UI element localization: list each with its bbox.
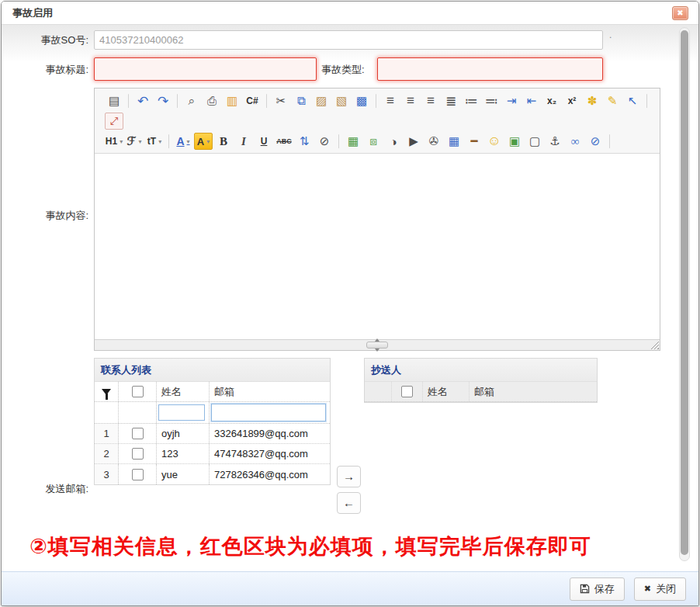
move-right-button[interactable]: → <box>337 466 361 487</box>
toolbar-separator <box>266 94 267 108</box>
editor-toolbar-row-2: H1ℱtTAABIUABC⇅⊘▦⧈◑▶✇▦━☺▣▢⚓∞⊘ <box>104 131 652 151</box>
so-number-input[interactable] <box>94 30 603 50</box>
link-icon[interactable]: ∞ <box>566 133 584 150</box>
close-x-icon: ✖ <box>644 584 651 594</box>
align-right-icon[interactable]: ≡ <box>421 92 440 109</box>
cc-email-column-header: 邮箱 <box>470 382 597 401</box>
cut-icon[interactable]: ✂ <box>272 92 290 109</box>
flash-icon[interactable]: ◑ <box>384 133 403 150</box>
anchor-icon[interactable]: ⚓ <box>546 133 564 150</box>
accident-type-label: 事故类型: <box>321 63 365 77</box>
vertical-scrollbar[interactable] <box>679 27 690 561</box>
select-all-icon[interactable]: ↖ <box>623 92 642 109</box>
cc-select-all-checkbox[interactable] <box>401 386 413 397</box>
send-email-label: 发送邮箱: <box>2 482 88 496</box>
superscript-icon[interactable]: x² <box>563 92 581 109</box>
underline-icon[interactable]: U <box>255 133 273 150</box>
editor-toolbar: ▤↶↷⌕⎙▥C#✂⧉▨▧▩≡≡≡≣≔≕⇥⇤x₂x²✽✎↖ ⤢ H1ℱtTAABI… <box>95 88 660 154</box>
paste-text-icon[interactable]: ▧ <box>332 92 351 109</box>
justify-icon[interactable]: ≣ <box>442 92 460 109</box>
indent-icon[interactable]: ⇥ <box>502 92 521 109</box>
row-checkbox[interactable] <box>132 448 144 460</box>
row-checkbox[interactable] <box>132 469 144 480</box>
source-code-icon[interactable]: ▤ <box>105 92 123 109</box>
preview-icon[interactable]: ⌕ <box>182 92 201 109</box>
row-number: 3 <box>95 464 119 484</box>
copy-icon[interactable]: ⧉ <box>292 92 310 109</box>
outdent-icon[interactable]: ⇤ <box>522 92 541 109</box>
media-icon[interactable]: ▣ <box>505 133 524 150</box>
email-filter-input[interactable] <box>211 404 326 421</box>
attachment-icon[interactable]: ✇ <box>425 133 443 150</box>
print-icon[interactable]: ⎙ <box>203 92 221 109</box>
editor-toolbar-row-1: ▤↶↷⌕⎙▥C#✂⧉▨▧▩≡≡≡≣≔≕⇥⇤x₂x²✽✎↖ <box>104 91 652 111</box>
template-icon[interactable]: ▥ <box>223 92 241 109</box>
font-family-select[interactable]: ℱ <box>125 133 144 150</box>
filter-icon[interactable] <box>102 389 111 395</box>
contact-name: 123 <box>157 444 210 463</box>
contact-row: 3 yue 727826346@qq.com <box>95 464 330 484</box>
scrollbar-thumb[interactable] <box>681 30 688 555</box>
align-left-icon[interactable]: ≡ <box>381 92 400 109</box>
save-button[interactable]: 保存 <box>570 578 625 601</box>
undo-icon[interactable]: ↶ <box>133 92 152 109</box>
contact-email: 332641899@qq.com <box>210 424 330 443</box>
align-center-icon[interactable]: ≡ <box>401 92 420 109</box>
dialog-title: 事故启用 <box>12 2 53 25</box>
rich-text-editor: ▤↶↷⌕⎙▥C#✂⧉▨▧▩≡≡≡≣≔≕⇥⇤x₂x²✽✎↖ ⤢ H1ℱtTAABI… <box>94 88 660 351</box>
move-left-button[interactable]: ← <box>337 492 361 514</box>
paste-word-icon[interactable]: ▩ <box>352 92 371 109</box>
clean-format-icon[interactable]: ✽ <box>583 92 601 109</box>
editor-resize-grip[interactable] <box>366 342 388 349</box>
hr-icon[interactable]: ━ <box>465 133 483 150</box>
contact-email: 727826346@qq.com <box>210 464 330 484</box>
editor-toolbar-row-1-wrap: ⤢ <box>104 111 652 131</box>
emoticon-icon[interactable]: ☺ <box>485 133 504 150</box>
select-all-checkbox[interactable] <box>132 386 144 397</box>
unlink-icon[interactable]: ⊘ <box>586 133 605 150</box>
fullscreen-icon[interactable]: ⤢ <box>105 113 123 130</box>
redo-icon[interactable]: ↷ <box>154 92 172 109</box>
contact-email: 474748327@qq.com <box>210 444 330 463</box>
toolbar-separator <box>177 94 178 108</box>
table-icon[interactable]: ▦ <box>445 133 463 150</box>
insert-image-icon[interactable]: ▦ <box>344 133 362 150</box>
heading-select[interactable]: H1 <box>105 133 123 150</box>
bold-icon[interactable]: B <box>214 133 233 150</box>
contact-row: 1 oyjh 332641899@qq.com <box>95 424 330 444</box>
subscript-icon[interactable]: x₂ <box>542 92 561 109</box>
name-filter-input[interactable] <box>158 404 205 421</box>
row-checkbox[interactable] <box>132 428 144 439</box>
italic-icon[interactable]: I <box>234 133 253 150</box>
dialog-close-icon[interactable]: ✖ <box>672 6 688 20</box>
font-size-select[interactable]: tT <box>145 133 164 150</box>
save-floppy-icon <box>580 584 590 594</box>
email-column-header: 邮箱 <box>210 382 330 401</box>
paste-icon[interactable]: ▨ <box>312 92 331 109</box>
accident-content-label: 事故内容: <box>2 209 88 223</box>
strikethrough-icon[interactable]: ABC <box>275 133 293 150</box>
code-icon[interactable]: C# <box>243 92 262 109</box>
remove-format-icon[interactable]: ⊘ <box>315 133 334 150</box>
editor-corner-resize-handle[interactable] <box>650 341 659 349</box>
so-number-label: 事故SO号: <box>2 33 88 47</box>
accident-title-input[interactable] <box>94 57 317 81</box>
font-color-select[interactable]: A <box>174 133 192 150</box>
right-arrow-icon: → <box>343 470 355 483</box>
insert-images-icon[interactable]: ⧈ <box>364 133 383 150</box>
video-icon[interactable]: ▶ <box>404 133 423 150</box>
accident-type-input[interactable] <box>377 57 603 81</box>
contact-list-panel: 联系人列表 姓名 邮箱 1 oyjh <box>94 358 331 485</box>
toolbar-separator <box>168 134 169 148</box>
ordered-list-icon[interactable]: ≔ <box>462 92 480 109</box>
toolbar-separator <box>646 94 647 108</box>
close-button[interactable]: ✖ 关闭 <box>634 578 686 601</box>
unordered-list-icon[interactable]: ≕ <box>482 92 501 109</box>
cc-name-column-header: 姓名 <box>423 382 470 401</box>
quick-format-icon[interactable]: ✎ <box>603 92 622 109</box>
editor-text-area[interactable] <box>95 154 660 339</box>
highlight-color-select[interactable]: A <box>194 133 213 150</box>
save-draft-icon[interactable]: ▢ <box>525 133 544 150</box>
line-height-icon[interactable]: ⇅ <box>295 133 314 150</box>
toolbar-separator <box>338 134 339 148</box>
